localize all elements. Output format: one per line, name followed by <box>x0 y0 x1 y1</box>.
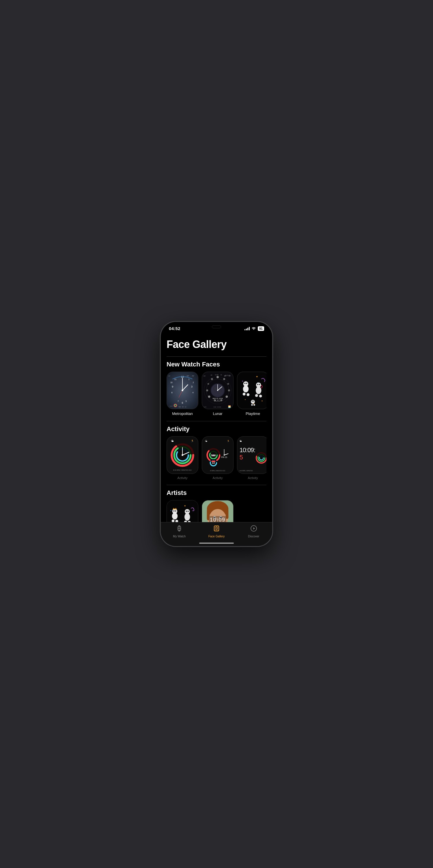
svg-point-69 <box>247 393 249 396</box>
svg-point-30 <box>227 383 229 384</box>
svg-text:FRI 23: FRI 23 <box>221 456 227 458</box>
face-card-activity-minimal[interactable]: 10:09: 5 🌥 ❤ 64 BPM, 3 <box>237 436 267 474</box>
tab-discover-label: Discover <box>248 535 259 538</box>
svg-point-46 <box>217 390 218 391</box>
svg-point-77 <box>245 382 246 384</box>
new-faces-row[interactable]: 12 3 6 9 1 4 5 11 8 7 10 2 <box>166 372 267 419</box>
svg-rect-166 <box>178 526 180 526</box>
tab-face-gallery-label: Face Gallery <box>209 535 225 538</box>
svg-point-68 <box>243 393 246 396</box>
svg-point-31 <box>228 390 230 392</box>
face-label-metropolitan: Metropolitan <box>172 411 193 416</box>
svg-text:18: 18 <box>211 374 212 376</box>
svg-text:8: 8 <box>172 392 173 394</box>
list-item[interactable]: ✦ ✦ ✦ ✦ ✦ ● <box>237 372 267 416</box>
svg-text:30: 30 <box>212 454 215 457</box>
list-item[interactable]: 10:09: 5 🌥 ❤ 64 BPM, 3 <box>237 436 267 479</box>
svg-point-70 <box>256 386 261 394</box>
svg-text:19 20: 19 20 <box>215 374 218 376</box>
svg-text:64°: 64° <box>187 375 189 377</box>
svg-text:500 · 30 · 12: 500 · 30 · 12 <box>178 406 186 408</box>
main-scroll[interactable]: Face Gallery New Watch Faces <box>161 333 272 522</box>
svg-text:19:03 · SH·S38: 19:03 · SH·S38 <box>213 406 221 408</box>
list-item[interactable]: SEP 23, 2016 八月三 18 19 20 21 22 23 24 UV… <box>202 372 234 416</box>
svg-text:❤ 64 BPM, 3 MINUTES AGO: ❤ 64 BPM, 3 MINUTES AGO <box>173 469 192 471</box>
face-label-activity-minimal: Activity <box>248 476 258 479</box>
svg-point-28 <box>216 376 219 378</box>
list-item[interactable]: 500 12 30 <box>202 436 234 479</box>
tab-discover[interactable]: Discover <box>235 525 272 538</box>
svg-line-174 <box>216 528 217 528</box>
svg-text:🏃: 🏃 <box>227 439 230 442</box>
tab-my-watch[interactable]: My Watch <box>161 525 198 538</box>
svg-point-135 <box>175 510 176 512</box>
list-item[interactable]: 10\09 <box>202 500 234 522</box>
face-card-artist-portrait[interactable]: 10\09 <box>202 500 234 522</box>
svg-point-137 <box>185 509 190 514</box>
svg-point-108 <box>224 455 225 456</box>
svg-text:🌥: 🌥 <box>239 440 242 442</box>
status-time: 04:52 <box>169 326 180 331</box>
face-card-metropolitan[interactable]: 12 3 6 9 1 4 5 11 8 7 10 2 <box>166 372 198 409</box>
svg-text:3: 3 <box>191 385 192 388</box>
svg-text:21: 21 <box>220 374 222 376</box>
activity-faces-row[interactable]: 🌥 🏃 ❤ 64 BPM, 3 MINUTES AGO Activity <box>166 436 267 483</box>
svg-point-32 <box>225 396 228 398</box>
tab-face-gallery[interactable]: Face Gallery <box>198 525 235 538</box>
list-item[interactable]: ✦ ● ✦ ✦ ✦ <box>166 500 198 522</box>
list-item[interactable]: 🌥 🏃 ❤ 64 BPM, 3 MINUTES AGO Activity <box>166 436 198 479</box>
svg-text:UV: UV <box>204 375 206 377</box>
svg-point-80 <box>259 384 260 385</box>
face-card-lunar[interactable]: SEP 23, 2016 八月三 18 19 20 21 22 23 24 UV… <box>202 372 234 409</box>
svg-text:72°: 72° <box>192 375 194 377</box>
svg-point-78 <box>246 382 247 384</box>
svg-point-134 <box>174 510 175 512</box>
svg-text:八月三: 八月三 <box>215 400 221 402</box>
face-card-activity-analog[interactable]: 🌥 🏃 ❤ 64 BPM, 3 MINUTES AGO <box>166 436 198 474</box>
svg-point-76 <box>253 404 255 406</box>
tab-my-watch-label: My Watch <box>173 535 186 538</box>
phone-screen: 04:52 91 <box>161 322 272 546</box>
svg-marker-177 <box>253 527 255 530</box>
svg-text:10: 10 <box>170 381 173 383</box>
svg-point-136 <box>184 513 190 521</box>
svg-text:15:00: 15:00 <box>204 406 207 408</box>
svg-point-71 <box>256 382 261 388</box>
svg-text:9: 9 <box>172 385 173 388</box>
svg-point-73 <box>259 395 262 398</box>
home-indicator <box>199 542 234 544</box>
svg-text:🌥: 🌥 <box>171 439 174 442</box>
artists-faces-row[interactable]: ✦ ● ✦ ✦ ✦ <box>166 500 267 522</box>
svg-point-41 <box>214 387 217 390</box>
svg-point-66 <box>243 385 249 393</box>
face-card-artist-playtime[interactable]: ✦ ● ✦ ✦ ✦ <box>166 500 198 522</box>
my-watch-icon <box>176 525 183 534</box>
svg-point-36 <box>206 390 208 392</box>
face-label-activity-analog: Activity <box>178 476 188 479</box>
svg-text:12: 12 <box>212 461 215 464</box>
svg-text:✦: ✦ <box>245 399 246 401</box>
svg-point-67 <box>243 381 249 386</box>
svg-point-82 <box>253 401 254 402</box>
svg-point-29 <box>223 378 225 380</box>
svg-text:5: 5 <box>186 400 187 402</box>
svg-point-37 <box>208 383 209 384</box>
svg-point-17 <box>182 390 183 391</box>
svg-text:1: 1 <box>188 378 190 380</box>
face-gallery-icon <box>213 525 220 534</box>
svg-point-42 <box>218 391 221 394</box>
svg-point-79 <box>257 384 258 385</box>
svg-point-38 <box>211 378 213 380</box>
svg-text:✦: ✦ <box>184 504 186 507</box>
section-header-activity: Activity <box>166 421 267 433</box>
svg-text:❤ 64 BPM, 3 MINUTES: ❤ 64 BPM, 3 MINUTES <box>240 470 253 471</box>
list-item[interactable]: 12 3 6 9 1 4 5 11 8 7 10 2 <box>166 372 198 416</box>
svg-text:7: 7 <box>178 400 179 402</box>
face-card-activity-digital[interactable]: 500 12 30 <box>202 436 234 474</box>
wifi-icon <box>251 326 256 331</box>
svg-text:✦: ✦ <box>242 380 244 382</box>
phone-frame: 04:52 91 <box>160 321 273 547</box>
svg-rect-124 <box>167 500 198 522</box>
svg-rect-167 <box>178 530 180 531</box>
face-card-playtime[interactable]: ✦ ✦ ✦ ✦ ✦ ● <box>237 372 267 409</box>
